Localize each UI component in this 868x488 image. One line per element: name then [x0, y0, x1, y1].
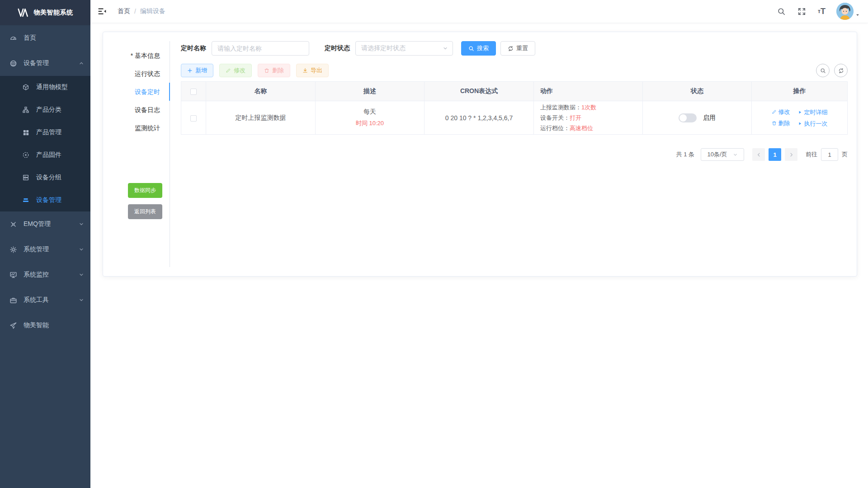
sidebar-item-system-tools[interactable]: 系统工具 [0, 287, 90, 313]
export-button[interactable]: 导出 [296, 64, 329, 77]
row-name: 定时上报监测数据 [206, 101, 316, 135]
timer-status-select[interactable]: 请选择定时状态 [355, 41, 453, 56]
tab-basic-info[interactable]: * 基本信息 [112, 47, 170, 65]
chevron-down-icon [79, 221, 84, 227]
row-checkbox[interactable] [190, 115, 197, 122]
sidebar-fold-icon[interactable] [90, 0, 114, 23]
status-toggle[interactable] [679, 113, 697, 122]
fullscreen-icon[interactable] [794, 5, 810, 19]
page-size-select[interactable]: 10条/页 [701, 148, 744, 161]
gear-icon [9, 245, 17, 253]
op-run-once-link[interactable]: 执行一次 [798, 118, 827, 129]
sidebar-item-label: 通用物模型 [36, 83, 84, 91]
add-button[interactable]: 新增 [181, 64, 213, 77]
timer-table: 名称 描述 CRON表达式 动作 状态 操作 定时上报监测数据 [181, 81, 848, 135]
op-timer-detail-link[interactable]: 定时详细 [798, 107, 827, 118]
goto-label: 前往 [806, 150, 817, 159]
avatar[interactable] [836, 3, 854, 20]
sidebar-item-label: 产品分类 [36, 106, 84, 114]
sidebar-menu: 首页 设备管理 [0, 25, 90, 338]
desc-line1: 每天 [316, 108, 424, 116]
header-search-icon[interactable] [774, 5, 789, 19]
sidebar-item-label: 系统管理 [24, 245, 79, 253]
page-number[interactable]: 1 [769, 148, 781, 161]
tab-device-timer[interactable]: 设备定时 [112, 83, 170, 101]
user-menu[interactable] [836, 3, 860, 20]
sidebar-item-device-mgmt[interactable]: 设备管理 [0, 51, 90, 76]
sphere-icon [9, 59, 17, 67]
sidebar-item-device-group[interactable]: 设备分组 [0, 166, 90, 189]
sidebar-item-system-mgmt[interactable]: 系统管理 [0, 237, 90, 262]
download-icon [302, 68, 308, 73]
sidebar-item-product-mgmt[interactable]: 产品管理 [0, 121, 90, 144]
caret-right-icon [798, 110, 802, 114]
table-header-row: 名称 描述 CRON表达式 动作 状态 操作 [181, 82, 848, 101]
search-button[interactable]: 搜索 [461, 41, 496, 56]
row-cron: 0 20 10 ? * 1,2,3,4,5,6,7 [425, 101, 534, 135]
sidebar-item-label: 首页 [24, 34, 84, 42]
back-to-list-button[interactable]: 返回列表 [128, 204, 162, 219]
side-actions: 数据同步 返回列表 [112, 183, 170, 219]
desc-line2: 时间 10:20 [316, 119, 424, 127]
sidebar-item-label: 物美智能 [24, 321, 84, 329]
pagination-total: 共 1 条 [676, 150, 694, 159]
logo-bar[interactable]: 物美智能系统 [0, 0, 90, 25]
sidebar-item-label: 设备管理 [36, 196, 84, 204]
caret-right-icon [798, 122, 802, 126]
next-page-button[interactable] [785, 148, 797, 161]
breadcrumb-current: 编辑设备 [140, 7, 165, 15]
op-delete-link[interactable]: 删除 [772, 118, 790, 129]
select-all-checkbox[interactable] [190, 89, 197, 95]
row-status: 启用 [643, 101, 752, 135]
plus-icon [187, 68, 193, 73]
timer-name-input[interactable] [212, 41, 309, 56]
trash-icon [264, 68, 269, 73]
sidebar-item-emq[interactable]: EMQ管理 [0, 211, 90, 237]
breadcrumb-separator: / [134, 8, 136, 15]
tab-device-log[interactable]: 设备日志 [112, 101, 170, 119]
toolbar-right [816, 64, 848, 77]
bars-icon [22, 196, 30, 204]
timer-name-label: 定时名称 [181, 44, 206, 52]
delete-button[interactable]: 删除 [258, 64, 290, 77]
toggle-search-icon[interactable] [816, 64, 830, 77]
row-actions: 上报监测数据：1次数 设备开关：打开 运行档位：高速档位 [534, 101, 643, 135]
font-size-icon[interactable]: тT [814, 5, 829, 18]
header-status: 状态 [643, 82, 752, 101]
tab-monitor-stats[interactable]: 监测统计 [112, 119, 170, 137]
refresh-table-icon[interactable] [834, 64, 848, 77]
paper-plane-icon [9, 321, 17, 329]
logo-icon [18, 8, 29, 17]
chevron-left-icon [756, 152, 761, 157]
edit-button[interactable]: 修改 [219, 64, 252, 77]
table-toolbar: 新增 修改 删除 导出 [181, 64, 848, 77]
breadcrumb-home[interactable]: 首页 [118, 7, 130, 15]
sidebar-item-label: 设备分组 [36, 174, 84, 182]
sidebar-item-thing-model[interactable]: 通用物模型 [0, 76, 90, 99]
sidebar-item-device-list[interactable]: 设备管理 [0, 189, 90, 211]
tab-run-status[interactable]: 运行状态 [112, 65, 170, 83]
sidebar-item-product-firmware[interactable]: 产品固件 [0, 144, 90, 166]
chevron-right-icon [789, 152, 794, 157]
sidebar-item-label: 产品固件 [36, 151, 84, 159]
sidebar-item-product-category[interactable]: 产品分类 [0, 99, 90, 121]
sidebar-item-system-monitor[interactable]: 系统监控 [0, 262, 90, 287]
data-sync-button[interactable]: 数据同步 [128, 183, 162, 198]
target-icon [22, 151, 30, 159]
reset-button[interactable]: 重置 [500, 41, 535, 56]
row-desc: 每天 时间 10:20 [316, 101, 425, 135]
monitor-icon [9, 271, 17, 279]
goto-page-input[interactable] [821, 148, 838, 161]
sidebar-item-home[interactable]: 首页 [0, 25, 90, 51]
op-edit-link[interactable]: 修改 [772, 107, 790, 117]
grid-icon [22, 128, 30, 136]
sidebar-item-wumei[interactable]: 物美智能 [0, 313, 90, 338]
row-ops: 修改 定时详细 [752, 101, 848, 135]
navbar-right: тT [774, 3, 860, 20]
navbar: 首页 / 编辑设备 тT [90, 0, 868, 23]
prev-page-button[interactable] [752, 148, 765, 161]
header-select-all [181, 82, 206, 101]
device-mgmt-submenu: 通用物模型 产品分类 [0, 76, 90, 211]
sidebar-item-label: 系统工具 [24, 296, 79, 304]
status-label: 启用 [703, 114, 716, 121]
